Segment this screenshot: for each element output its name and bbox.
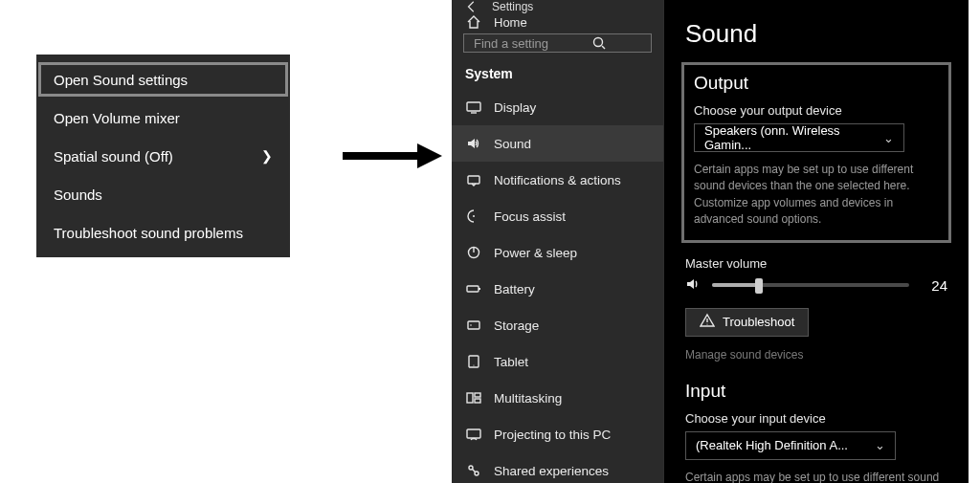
svg-point-24 (706, 323, 707, 324)
warning-icon (700, 313, 715, 331)
sound-tray-context-menu: Open Sound settings Open Volume mixer Sp… (36, 55, 290, 257)
search-placeholder: Find a setting (474, 36, 558, 51)
input-device-selected: (Realtek High Definition A... (696, 438, 848, 452)
sidebar-item-label: Multitasking (494, 391, 562, 406)
ctx-item-label: Open Volume mixer (54, 110, 180, 126)
settings-main-panel: Sound Output Choose your output device S… (664, 0, 969, 483)
sidebar-item-storage[interactable]: Storage (452, 307, 663, 343)
master-volume-row: 24 (685, 276, 947, 295)
ctx-item-label: Spatial sound (Off) (54, 148, 173, 165)
search-input[interactable]: Find a setting (463, 33, 652, 53)
sidebar-item-power[interactable]: Power & sleep (452, 234, 663, 271)
input-hint: Certain apps may be set up to use differ… (685, 470, 947, 483)
sidebar-item-label: Storage (494, 318, 539, 333)
svg-rect-11 (479, 288, 480, 290)
svg-rect-18 (475, 399, 480, 403)
svg-rect-12 (468, 321, 479, 329)
speaker-icon[interactable] (685, 276, 701, 295)
sidebar-item-label: Shared experiences (494, 464, 609, 478)
manage-sound-devices-link[interactable]: Manage sound devices (685, 348, 947, 362)
power-icon (465, 244, 482, 261)
sidebar-item-label: Focus assist (494, 209, 566, 224)
svg-rect-10 (467, 286, 479, 292)
storage-icon (465, 317, 482, 334)
battery-icon (465, 280, 482, 297)
page-title: Sound (685, 19, 947, 49)
svg-marker-1 (417, 143, 442, 168)
ctx-sounds[interactable]: Sounds (36, 175, 290, 213)
sidebar-item-multitasking[interactable]: Multitasking (452, 380, 663, 416)
window-title: Settings (492, 0, 533, 13)
display-icon (465, 99, 482, 116)
ctx-open-volume-mixer[interactable]: Open Volume mixer (36, 99, 290, 137)
sidebar-item-battery[interactable]: Battery (452, 271, 663, 307)
svg-point-13 (470, 324, 472, 326)
master-volume-label: Master volume (685, 256, 947, 271)
svg-rect-6 (468, 176, 479, 184)
sidebar-nav-list: DisplaySoundNotifications & actionsFocus… (452, 89, 663, 483)
ctx-item-label: Sounds (54, 187, 102, 203)
settings-titlebar: Settings (452, 0, 663, 13)
projecting-icon (465, 426, 482, 443)
output-device-select[interactable]: Speakers (onn. Wireless Gamin... ⌄ (694, 123, 904, 152)
chevron-down-icon: ⌄ (883, 131, 894, 145)
sound-icon (465, 135, 482, 152)
ctx-open-sound-settings[interactable]: Open Sound settings (36, 60, 290, 99)
ctx-troubleshoot-sound[interactable]: Troubleshoot sound problems (36, 213, 290, 252)
svg-rect-4 (467, 102, 480, 111)
troubleshoot-label: Troubleshoot (723, 315, 794, 329)
input-choose-label: Choose your input device (685, 411, 947, 426)
sidebar-item-display[interactable]: Display (452, 89, 663, 125)
svg-line-3 (602, 46, 605, 49)
shared-icon (465, 462, 482, 479)
arrow-right-icon (341, 142, 442, 170)
svg-point-7 (473, 215, 475, 217)
sidebar-group-label: System (452, 62, 663, 89)
sidebar-item-sound[interactable]: Sound (452, 125, 663, 162)
chevron-down-icon: ⌄ (875, 438, 885, 452)
search-icon (558, 34, 642, 52)
sidebar-item-label: Tablet (494, 355, 528, 369)
input-heading: Input (685, 381, 947, 402)
master-volume-slider[interactable] (712, 283, 909, 287)
input-device-select[interactable]: (Realtek High Definition A... ⌄ (685, 431, 896, 460)
ctx-spatial-sound[interactable]: Spatial sound (Off) ❯ (36, 137, 290, 175)
sidebar-item-tablet[interactable]: Tablet (452, 343, 663, 380)
sidebar-item-shared[interactable]: Shared experiences (452, 452, 663, 483)
output-section-highlight: Output Choose your output device Speaker… (681, 62, 951, 243)
back-button[interactable] (465, 0, 479, 13)
output-choose-label: Choose your output device (694, 103, 939, 118)
multitasking-icon (465, 389, 482, 406)
svg-point-2 (594, 38, 603, 47)
nav-home[interactable]: Home (452, 13, 663, 31)
sidebar-item-label: Notifications & actions (494, 173, 621, 187)
sidebar-item-projecting[interactable]: Projecting to this PC (452, 416, 663, 452)
svg-rect-17 (475, 393, 480, 397)
svg-rect-19 (467, 429, 480, 438)
sidebar-item-label: Battery (494, 282, 535, 296)
ctx-item-label: Open Sound settings (54, 72, 188, 88)
svg-rect-16 (467, 393, 473, 403)
settings-window: Settings Home Find a setting System Disp… (452, 0, 969, 483)
home-icon (465, 13, 482, 31)
settings-sidebar: Settings Home Find a setting System Disp… (452, 0, 664, 483)
output-heading: Output (694, 73, 939, 94)
ctx-item-label: Troubleshoot sound problems (54, 225, 243, 241)
svg-point-15 (473, 364, 474, 365)
svg-line-22 (473, 470, 476, 472)
focus-icon (465, 208, 482, 225)
notifications-icon (465, 171, 482, 188)
svg-point-20 (469, 466, 473, 470)
output-hint: Certain apps may be set up to use differ… (694, 162, 939, 229)
tablet-icon (465, 353, 482, 370)
nav-home-label: Home (494, 15, 527, 30)
sidebar-item-focus[interactable]: Focus assist (452, 198, 663, 234)
sidebar-item-label: Sound (494, 137, 531, 151)
output-device-selected: Speakers (onn. Wireless Gamin... (704, 123, 883, 152)
sidebar-item-notifications[interactable]: Notifications & actions (452, 162, 663, 198)
svg-point-21 (475, 472, 479, 475)
sidebar-item-label: Display (494, 100, 536, 115)
sidebar-item-label: Power & sleep (494, 246, 577, 260)
chevron-right-icon: ❯ (261, 148, 273, 164)
troubleshoot-button[interactable]: Troubleshoot (685, 308, 809, 337)
